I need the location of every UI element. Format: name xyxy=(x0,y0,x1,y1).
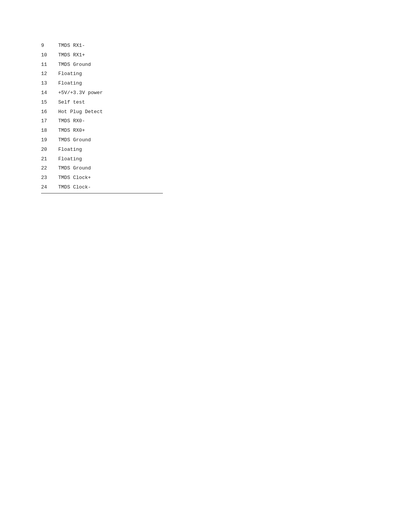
pin-number: 9 xyxy=(41,42,58,50)
pin-number: 19 xyxy=(41,136,58,144)
pin-number: 16 xyxy=(41,108,58,116)
pin-number: 14 xyxy=(41,89,58,97)
pin-number: 24 xyxy=(41,184,58,192)
pin-description: TMDS Clock+ xyxy=(58,174,91,182)
table-row: 11TMDS Ground xyxy=(41,60,163,70)
pin-description: Floating xyxy=(58,80,82,88)
table-row: 17TMDS RX0- xyxy=(41,117,163,126)
table-row: 12Floating xyxy=(41,69,163,79)
table-row: 19TMDS Ground xyxy=(41,136,163,145)
pin-description: +5V/+3.3V power xyxy=(58,89,103,97)
pin-number: 11 xyxy=(41,61,58,69)
table-row: 10TMDS RX1+ xyxy=(41,51,163,60)
pin-number: 23 xyxy=(41,174,58,182)
pin-description: TMDS Clock- xyxy=(58,184,91,192)
pin-description: Self test xyxy=(58,99,85,107)
table-row: 15Self test xyxy=(41,98,163,107)
pin-number: 17 xyxy=(41,117,58,125)
pin-description: TMDS Ground xyxy=(58,136,91,144)
table-row: 22TMDS Ground xyxy=(41,164,163,173)
pin-description: TMDS Ground xyxy=(58,61,91,69)
table-row: 20Floating xyxy=(41,145,163,155)
pin-number: 20 xyxy=(41,146,58,154)
pin-description: TMDS RX1- xyxy=(58,42,85,50)
table-row: 21Floating xyxy=(41,155,163,164)
pin-number: 21 xyxy=(41,155,58,163)
pin-description: TMDS RX0+ xyxy=(58,127,85,135)
table-row: 16Hot Plug Detect xyxy=(41,107,163,117)
pin-table: 9TMDS RX1-10TMDS RX1+11TMDS Ground12Floa… xyxy=(41,41,163,193)
pin-description: TMDS Ground xyxy=(58,165,91,173)
pin-number: 12 xyxy=(41,70,58,78)
pin-number: 15 xyxy=(41,99,58,107)
table-row: 13Floating xyxy=(41,79,163,88)
pin-description: Floating xyxy=(58,155,82,163)
pin-description: Floating xyxy=(58,146,82,154)
table-row: 9TMDS RX1- xyxy=(41,41,163,51)
pin-number: 13 xyxy=(41,80,58,88)
pin-number: 18 xyxy=(41,127,58,135)
pin-description: Floating xyxy=(58,70,82,78)
pin-description: TMDS RX1+ xyxy=(58,51,85,59)
pin-number: 22 xyxy=(41,165,58,173)
pin-description: Hot Plug Detect xyxy=(58,108,103,116)
pin-description: TMDS RX0- xyxy=(58,117,85,125)
table-row: 18TMDS RX0+ xyxy=(41,126,163,136)
table-row: 14+5V/+3.3V power xyxy=(41,88,163,98)
pin-number: 10 xyxy=(41,51,58,59)
table-row: 24TMDS Clock- xyxy=(41,183,163,193)
table-row: 23TMDS Clock+ xyxy=(41,173,163,183)
